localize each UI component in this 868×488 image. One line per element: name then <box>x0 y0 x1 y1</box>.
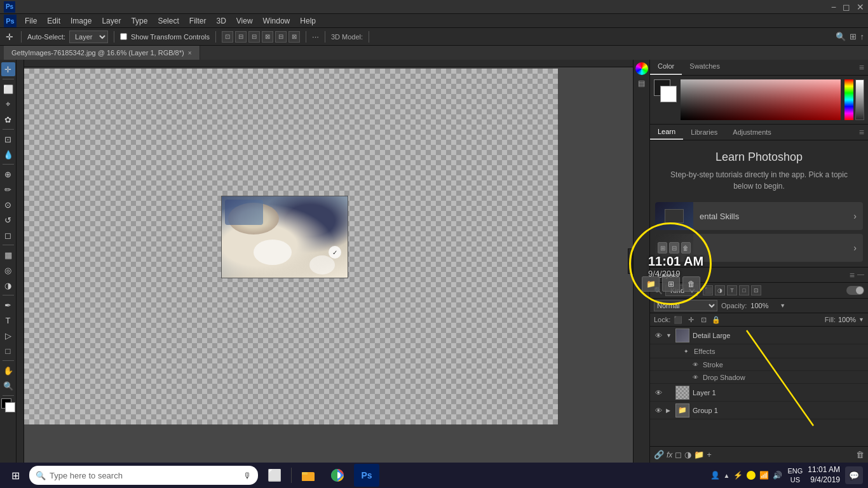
pen-tool[interactable]: ✒ <box>1 298 15 312</box>
blend-mode-select[interactable]: Normal Multiply Screen <box>654 300 717 311</box>
panel-collapse-handle[interactable]: ‹ <box>628 248 633 274</box>
filter-shape-icon[interactable]: □ <box>739 285 749 295</box>
layer-eye-group1[interactable]: 👁 <box>654 406 663 415</box>
dodge-tool[interactable]: ◑ <box>1 278 15 292</box>
layer-row-detail-large[interactable]: 👁 ▼ Detail Large <box>650 327 868 344</box>
share-icon[interactable]: ↑ <box>860 32 865 41</box>
taskbar-chrome[interactable] <box>325 464 350 487</box>
color-swatches[interactable] <box>654 79 677 102</box>
menu-filter[interactable]: Filter <box>185 16 211 26</box>
tab-adjustments[interactable]: Adjustments <box>725 125 779 139</box>
layers-panel-menu[interactable]: ≡ <box>850 270 855 280</box>
more-options-icon[interactable]: ··· <box>312 32 319 41</box>
taskbar-notification[interactable]: 💬 <box>845 466 863 484</box>
doc-tab-close[interactable]: × <box>188 50 192 57</box>
layer-eye-layer1[interactable]: 👁 <box>654 388 663 397</box>
add-mask-icon[interactable]: ◻ <box>675 450 682 459</box>
menu-layer[interactable]: Layer <box>97 16 125 26</box>
layer-row-group1[interactable]: 👁 ▶ 📁 Group 1 <box>650 402 868 419</box>
layer-eye-detail[interactable]: 👁 <box>654 331 663 340</box>
align-right-icon[interactable]: ⊟ <box>248 31 260 43</box>
color-wheel-icon[interactable] <box>635 62 648 75</box>
menu-select[interactable]: Select <box>153 16 183 26</box>
menu-window[interactable]: Window <box>259 16 295 26</box>
taskbar-language[interactable]: ENGUS <box>787 466 803 485</box>
learn-card-2[interactable]: ⊞ ⊟ 🗑 › <box>655 234 863 262</box>
taskbar-network-icon[interactable]: 📶 <box>759 471 769 480</box>
maximize-btn[interactable]: ◻ <box>843 2 850 12</box>
text-tool[interactable]: T <box>1 313 15 327</box>
fx-icon[interactable]: fx <box>667 451 672 459</box>
menu-edit[interactable]: Edit <box>43 16 65 26</box>
layers-tab[interactable]: Layers <box>654 271 682 279</box>
minimize-btn[interactable]: − <box>831 2 836 12</box>
tab-swatches[interactable]: Swatches <box>682 60 728 75</box>
filter-type-icon[interactable]: T <box>727 285 737 295</box>
layer-expand-detail[interactable]: ▼ <box>666 332 672 339</box>
menu-view[interactable]: View <box>232 16 257 26</box>
menu-file[interactable]: File <box>20 16 41 26</box>
path-select-tool[interactable]: ▷ <box>1 329 15 342</box>
stroke-eye[interactable]: 👁 <box>691 360 700 369</box>
taskbar-search-box[interactable]: 🔍 Type here to search 🎙 <box>29 466 258 485</box>
align-center-v-icon[interactable]: ⊟ <box>275 31 287 43</box>
opacity-value[interactable]: 100% <box>750 302 776 309</box>
zoom-tool[interactable]: 🔍 <box>1 379 15 393</box>
brush-tool[interactable]: ✏ <box>1 182 15 196</box>
lock-position-icon[interactable]: ✛ <box>686 315 696 325</box>
filter-kind-select[interactable]: Kind <box>665 285 698 296</box>
lock-pixels-icon[interactable]: ⬛ <box>673 315 683 325</box>
doc-tab[interactable]: GettyImages-76185342.jpg @ 16.6% (Layer … <box>4 46 200 60</box>
learn-panel-menu[interactable]: ≡ <box>855 125 868 140</box>
clone-tool[interactable]: ⊙ <box>1 198 15 212</box>
workspace-icon[interactable]: ⊞ <box>850 32 857 41</box>
layer-effects-group[interactable]: ✦ Effects <box>650 344 868 358</box>
layer-stroke-row[interactable]: 👁 Stroke <box>650 358 868 371</box>
tab-color[interactable]: Color <box>650 60 682 75</box>
color-gradient[interactable] <box>681 79 841 120</box>
eraser-tool[interactable]: ◻ <box>1 228 15 242</box>
layers-panel-close[interactable]: — <box>857 270 864 280</box>
auto-select-dropdown[interactable]: Layer Group <box>69 30 108 43</box>
menu-type[interactable]: Type <box>126 16 152 26</box>
hue-slider[interactable] <box>844 79 853 120</box>
taskbar-arrow-up[interactable]: ▲ <box>724 472 730 479</box>
link-layers-icon[interactable]: 🔗 <box>654 450 664 459</box>
tab-learn[interactable]: Learn <box>650 125 683 140</box>
new-layer-icon[interactable]: + <box>707 450 712 459</box>
layer-dropshadow-row[interactable]: 👁 Drop Shadow <box>650 371 868 384</box>
align-left-icon[interactable]: ⊡ <box>222 31 233 43</box>
background-color[interactable] <box>660 86 677 102</box>
taskbar-mic-icon[interactable]: 🎙 <box>243 471 252 480</box>
delete-layer-icon[interactable]: 🗑 <box>856 450 864 459</box>
align-top-icon[interactable]: ⊠ <box>262 31 273 43</box>
panel-menu-icon[interactable]: ≡ <box>855 60 868 75</box>
history-brush-tool[interactable]: ↺ <box>1 213 15 227</box>
menu-3d[interactable]: 3D <box>212 16 230 26</box>
taskbar-bluetooth[interactable]: ⚡ <box>733 471 743 480</box>
taskbar-sound-icon[interactable]: 🔊 <box>773 471 782 480</box>
color-boxes[interactable] <box>1 398 15 412</box>
tab-libraries[interactable]: Libraries <box>683 125 725 139</box>
filter-pixel-icon[interactable]: ⬛ <box>703 285 713 295</box>
healing-tool[interactable]: ⊕ <box>1 167 15 181</box>
adjustment-layer-icon[interactable]: ◑ <box>684 450 691 459</box>
lock-all-icon[interactable]: 🔒 <box>711 315 721 325</box>
close-btn[interactable]: ✕ <box>857 2 864 12</box>
layer-row-layer1[interactable]: 👁 Layer 1 <box>650 384 868 402</box>
eyedropper-tool[interactable]: 💧 <box>1 147 15 161</box>
learn-card-1[interactable]: ental Skills › <box>655 202 863 230</box>
taskbar-photoshop[interactable]: Ps <box>354 464 379 487</box>
canvas-area[interactable]: ✓ ‹ <box>17 60 633 463</box>
fill-value[interactable]: 100% <box>838 316 856 323</box>
dropshadow-eye[interactable]: 👁 <box>691 373 700 382</box>
shape-tool[interactable]: □ <box>1 344 15 358</box>
taskbar-user-icon[interactable]: 👤 <box>710 471 720 480</box>
transform-checkbox[interactable] <box>120 33 127 40</box>
menu-help[interactable]: Help <box>295 16 320 26</box>
layer-expand-group1[interactable]: ▶ <box>666 407 672 414</box>
taskbar-taskview[interactable]: ⬜ <box>262 464 287 487</box>
blur-tool[interactable]: ◎ <box>1 263 15 277</box>
marquee-tool[interactable]: ⬜ <box>1 82 15 96</box>
search-icon[interactable]: 🔍 <box>836 32 846 41</box>
